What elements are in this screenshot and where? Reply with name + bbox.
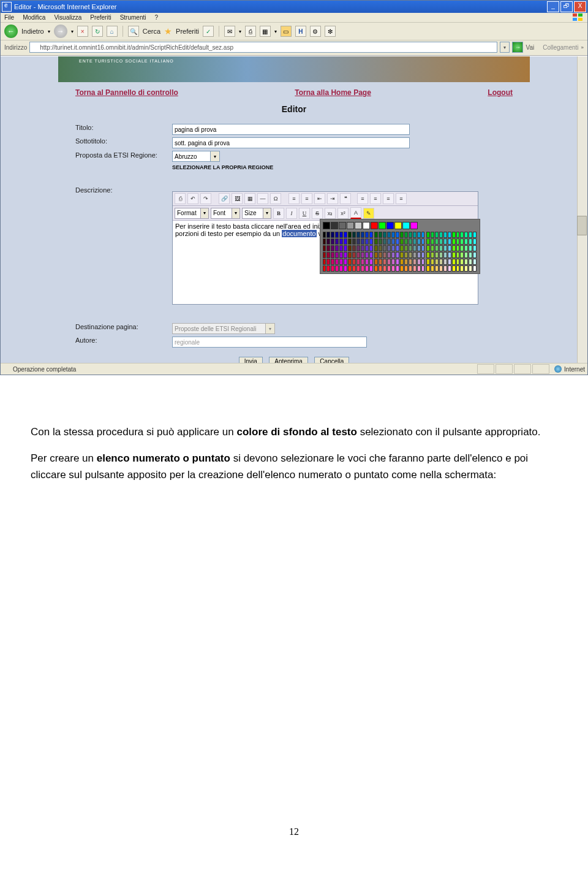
rte-indent-icon[interactable]: ⇥: [327, 193, 338, 204]
color-swatch[interactable]: [379, 259, 382, 265]
rte-image-icon[interactable]: 🖼: [232, 193, 243, 204]
color-swatch[interactable]: [431, 245, 434, 251]
color-swatch[interactable]: [347, 222, 354, 229]
color-swatch[interactable]: [391, 265, 395, 272]
color-swatch[interactable]: [387, 259, 391, 265]
color-swatch[interactable]: [331, 259, 334, 265]
color-swatch[interactable]: [383, 259, 386, 265]
color-swatch[interactable]: [400, 265, 404, 272]
url-input[interactable]: http://turinet.it.omnint16.omnibit.it/ad…: [29, 42, 497, 53]
color-swatch[interactable]: [443, 265, 447, 272]
color-swatch[interactable]: [452, 252, 456, 258]
color-swatch[interactable]: [400, 232, 404, 238]
color-swatch[interactable]: [391, 245, 395, 251]
color-swatch[interactable]: [348, 252, 352, 258]
menu-file[interactable]: File: [4, 14, 14, 21]
color-swatch[interactable]: [383, 252, 386, 258]
color-swatch[interactable]: [443, 259, 447, 265]
rte-special-icon[interactable]: Ω: [270, 193, 281, 204]
color-swatch[interactable]: [421, 245, 425, 251]
color-swatch[interactable]: [448, 245, 451, 251]
color-swatch[interactable]: [400, 252, 404, 258]
color-swatch[interactable]: [352, 252, 356, 258]
color-swatch[interactable]: [443, 245, 447, 251]
rte-link-icon[interactable]: 🔗: [219, 193, 230, 204]
minimize-button[interactable]: _: [547, 1, 559, 12]
color-swatch[interactable]: [464, 238, 468, 245]
color-swatch[interactable]: [379, 232, 382, 238]
color-swatch[interactable]: [387, 245, 391, 251]
edit-icon[interactable]: ▦: [260, 26, 271, 37]
color-swatch[interactable]: [344, 232, 347, 238]
rte-quote-icon[interactable]: ❝: [340, 193, 351, 204]
color-swatch[interactable]: [431, 232, 434, 238]
color-swatch[interactable]: [344, 245, 347, 251]
color-swatch[interactable]: [369, 265, 373, 272]
color-swatch[interactable]: [365, 259, 369, 265]
color-swatch[interactable]: [421, 259, 425, 265]
forward-button[interactable]: →: [54, 25, 67, 38]
menu-view[interactable]: Visualizza: [54, 14, 81, 21]
tool-icon-1[interactable]: ⚙: [310, 26, 321, 37]
color-swatch[interactable]: [431, 259, 434, 265]
color-swatch[interactable]: [464, 252, 468, 258]
color-swatch[interactable]: [448, 238, 451, 245]
color-swatch[interactable]: [435, 245, 439, 251]
preview-button[interactable]: Anteprima: [269, 357, 308, 363]
color-swatch[interactable]: [452, 245, 456, 251]
color-swatch[interactable]: [379, 265, 382, 272]
rte-ol-icon[interactable]: ≡: [288, 193, 300, 204]
color-swatch[interactable]: [365, 245, 369, 251]
folder-icon[interactable]: ▭: [281, 26, 292, 37]
color-swatch[interactable]: [417, 252, 421, 258]
color-swatch[interactable]: [323, 238, 326, 245]
search-icon[interactable]: 🔍: [128, 26, 139, 37]
color-swatch[interactable]: [356, 245, 360, 251]
color-swatch[interactable]: [352, 259, 356, 265]
color-swatch[interactable]: [460, 259, 464, 265]
color-swatch[interactable]: [431, 252, 434, 258]
color-swatch[interactable]: [326, 232, 330, 238]
rte-bold-icon[interactable]: B: [273, 208, 284, 219]
color-swatch[interactable]: [369, 245, 373, 251]
color-swatch[interactable]: [369, 232, 373, 238]
color-swatch[interactable]: [439, 238, 443, 245]
color-swatch[interactable]: [456, 245, 460, 251]
color-swatch[interactable]: [410, 222, 418, 229]
color-swatch[interactable]: [352, 238, 356, 245]
color-swatch[interactable]: [409, 265, 412, 272]
color-swatch[interactable]: [355, 222, 362, 229]
color-swatch[interactable]: [374, 232, 378, 238]
color-swatch[interactable]: [404, 238, 408, 245]
color-swatch[interactable]: [417, 245, 421, 251]
color-swatch[interactable]: [339, 245, 343, 251]
scroll-thumb[interactable]: [577, 216, 587, 235]
color-swatch[interactable]: [409, 252, 412, 258]
rte-align-left-icon[interactable]: ≡: [357, 193, 368, 204]
color-swatch[interactable]: [431, 238, 434, 245]
rte-outdent-icon[interactable]: ⇤: [314, 193, 325, 204]
color-swatch[interactable]: [356, 252, 360, 258]
color-swatch[interactable]: [326, 238, 330, 245]
color-swatch[interactable]: [435, 265, 439, 272]
color-swatch[interactable]: [409, 232, 412, 238]
color-swatch[interactable]: [356, 232, 360, 238]
color-swatch[interactable]: [439, 232, 443, 238]
color-swatch[interactable]: [421, 252, 425, 258]
url-dropdown[interactable]: ▾: [500, 42, 510, 53]
color-swatch[interactable]: [421, 232, 425, 238]
color-swatch[interactable]: [456, 259, 460, 265]
color-swatch[interactable]: [435, 252, 439, 258]
color-swatch[interactable]: [348, 238, 352, 245]
color-swatch[interactable]: [448, 252, 451, 258]
color-swatch[interactable]: [335, 265, 339, 272]
rte-format-select[interactable]: Format▾: [175, 208, 209, 219]
color-swatch[interactable]: [326, 259, 330, 265]
color-swatch[interactable]: [323, 232, 326, 238]
color-swatch[interactable]: [396, 252, 399, 258]
color-swatch[interactable]: [413, 232, 417, 238]
color-swatch[interactable]: [387, 232, 391, 238]
link-home[interactable]: Torna alla Home Page: [295, 88, 371, 97]
color-swatch[interactable]: [339, 252, 343, 258]
color-swatch[interactable]: [361, 232, 364, 238]
